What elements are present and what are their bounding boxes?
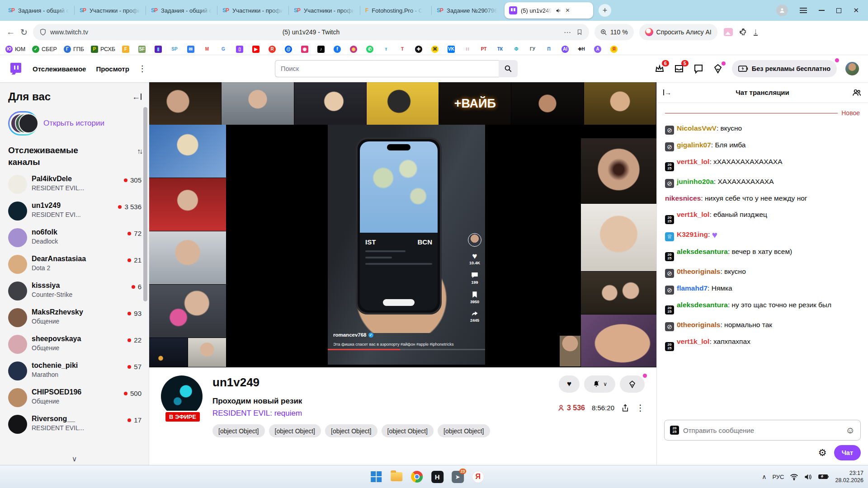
extensions-puzzle-icon[interactable]: [739, 28, 747, 36]
chat-message[interactable]: K3291ing: ♥: [665, 229, 860, 241]
stories-button[interactable]: Открыть истории: [8, 111, 142, 136]
search-input[interactable]: [275, 60, 499, 77]
bookmark-item[interactable]: T: [399, 46, 408, 53]
screenshot-icon[interactable]: [724, 28, 733, 36]
bookmark-item[interactable]: П: [545, 46, 555, 53]
bookmark-item[interactable]: ♪: [317, 46, 327, 53]
chat-username[interactable]: vert1k_lol: [677, 158, 709, 165]
tab-close-icon[interactable]: ✕: [565, 7, 570, 14]
nav-more-icon[interactable]: ⋮: [138, 64, 146, 74]
bookmark-item[interactable]: F: [122, 46, 132, 53]
new-tab-button[interactable]: +: [599, 4, 611, 17]
reload-icon[interactable]: ↻: [20, 27, 28, 38]
chat-message[interactable]: aleksdesantura: вечер в хату всем): [665, 246, 860, 261]
channel-row[interactable]: CHIPSOED196 Общение 500: [8, 388, 142, 407]
bookmark-item[interactable]: R: [269, 46, 278, 53]
bookmark-item[interactable]: Г ГПБ: [64, 46, 84, 53]
bookmark-item[interactable]: ✉: [187, 46, 197, 53]
stream-tag[interactable]: [object Object]: [212, 424, 265, 437]
chat-username[interactable]: vert1k_lol: [677, 338, 709, 345]
stream-tag[interactable]: [object Object]: [438, 424, 490, 437]
chat-settings-gear-icon[interactable]: ⚙: [818, 447, 827, 458]
drops-icon[interactable]: [712, 63, 723, 74]
nav-browse[interactable]: Просмотр: [96, 65, 129, 73]
telegram-icon[interactable]: ➤ 23: [451, 470, 464, 483]
bookmark-item[interactable]: ✓ СБЕР: [32, 46, 57, 53]
battery-icon[interactable]: [818, 474, 829, 480]
chat-username[interactable]: juninho20a: [677, 178, 714, 185]
alice-button[interactable]: Спросить Алису AI: [639, 24, 717, 40]
sort-icon[interactable]: ↑↓: [137, 147, 142, 155]
nav-following[interactable]: Отслеживаемое: [33, 65, 86, 73]
bookmark-item[interactable]: ◉: [301, 46, 311, 53]
chat-identity-badge[interactable]: [670, 426, 679, 435]
yandex-browser-icon[interactable]: Я: [471, 470, 485, 483]
chat-input[interactable]: Отправить сообщение ☺: [664, 420, 861, 441]
notifications-icon[interactable]: 6: [654, 63, 665, 74]
channel-row[interactable]: sheepovskaya Общение 22: [8, 335, 142, 354]
chat-username[interactable]: aleksdesantura: [677, 248, 728, 255]
clock[interactable]: 23:17 28.02.2026: [835, 469, 863, 484]
more-options-icon[interactable]: ⋮: [636, 403, 645, 413]
zoom-control[interactable]: 110 %: [594, 24, 634, 40]
close-window-button[interactable]: ✕: [853, 6, 859, 14]
chat-username[interactable]: gigalink07: [677, 141, 711, 149]
bookmark-item[interactable]: @: [285, 46, 294, 53]
bookmark-item[interactable]: AI: [561, 46, 571, 53]
downloads-icon[interactable]: ↓: [754, 28, 758, 36]
browser-tab[interactable]: Задания - общий с: [146, 0, 217, 21]
whispers-icon[interactable]: [693, 63, 704, 74]
chat-username[interactable]: 0theoriginals: [677, 267, 720, 275]
browser-menu-icon[interactable]: [800, 8, 807, 13]
bookmark-item[interactable]: ✚Н: [578, 46, 587, 53]
bookmark-item[interactable]: Я: [610, 46, 620, 53]
bookmark-item[interactable]: f: [334, 46, 343, 53]
tab-audio-icon[interactable]: [556, 8, 561, 14]
channel-row[interactable]: DearAnastasiaa Dota 2 21: [8, 255, 142, 274]
chat-message[interactable]: 0theoriginals: нормально так: [665, 319, 860, 331]
bookmark-item[interactable]: ТК: [496, 46, 506, 53]
stream-tag[interactable]: [object Object]: [382, 424, 434, 437]
bookmark-item[interactable]: ✆: [366, 46, 376, 53]
channel-row[interactable]: MaksRzhevsky Общение 93: [8, 308, 142, 327]
bookmark-item[interactable]: VK: [448, 46, 457, 53]
bookmark-item[interactable]: Ж: [431, 46, 441, 53]
start-button[interactable]: [369, 470, 383, 483]
stream-category-link[interactable]: RESIDENT EVIL: requiem: [212, 409, 509, 418]
sidebar-more-chevron[interactable]: ∨: [72, 455, 77, 463]
chat-message[interactable]: vert1k_lol: ебаный пизджец: [665, 209, 860, 224]
chat-username[interactable]: K3291ing: [677, 230, 708, 238]
chat-username[interactable]: 0theoriginals: [677, 321, 720, 328]
omnibox-more-icon[interactable]: ⋯: [564, 28, 571, 37]
gift-drops-button[interactable]: [620, 375, 645, 393]
twitch-logo[interactable]: [9, 62, 23, 75]
channel-row[interactable]: un1v249 RESIDENT EVI... 3 536: [8, 202, 142, 221]
browser-tab[interactable]: Участники - профи: [74, 0, 146, 21]
bookmark-item[interactable]: А: [594, 46, 604, 53]
user-avatar[interactable]: [845, 62, 859, 75]
chat-message[interactable]: aleksdesantura: ну это щас точно не рези…: [665, 300, 860, 314]
bookmark-item[interactable]: ✚: [415, 46, 425, 53]
follow-button[interactable]: ♥: [559, 375, 580, 393]
bookmark-item[interactable]: SF: [138, 46, 148, 53]
channel-row[interactable]: kisssiya Counter-Strike 6: [8, 282, 142, 300]
bookmark-item[interactable]: Р РСХБ: [91, 46, 115, 53]
bookmark-item[interactable]: SP: [171, 46, 180, 53]
volume-icon[interactable]: [804, 474, 812, 480]
browser-profile-avatar[interactable]: [776, 5, 788, 16]
bookmark-item[interactable]: Ю ЮМ: [5, 46, 25, 53]
channel-title[interactable]: un1v249: [212, 375, 509, 389]
collapse-sidebar-icon[interactable]: ←: [132, 92, 142, 102]
channel-row[interactable]: no6folk Deadlock 72: [8, 228, 142, 247]
h-app-icon[interactable]: H: [430, 470, 444, 483]
wifi-icon[interactable]: [790, 474, 798, 480]
emote-picker-icon[interactable]: ☺: [846, 425, 855, 436]
chat-username[interactable]: aleksdesantura: [677, 301, 728, 309]
chat-username[interactable]: flamahd7: [677, 284, 708, 292]
back-icon[interactable]: ←: [6, 27, 15, 37]
bookmark-item[interactable]: Ф: [513, 46, 522, 53]
browser-tab[interactable]: Задание №290796: [431, 0, 503, 21]
channel-row[interactable]: Pal4ikvDele RESIDENT EVIL... 305: [8, 175, 142, 194]
chat-username[interactable]: NicolasVwV: [677, 124, 717, 132]
video-progressbar[interactable]: [328, 349, 485, 350]
